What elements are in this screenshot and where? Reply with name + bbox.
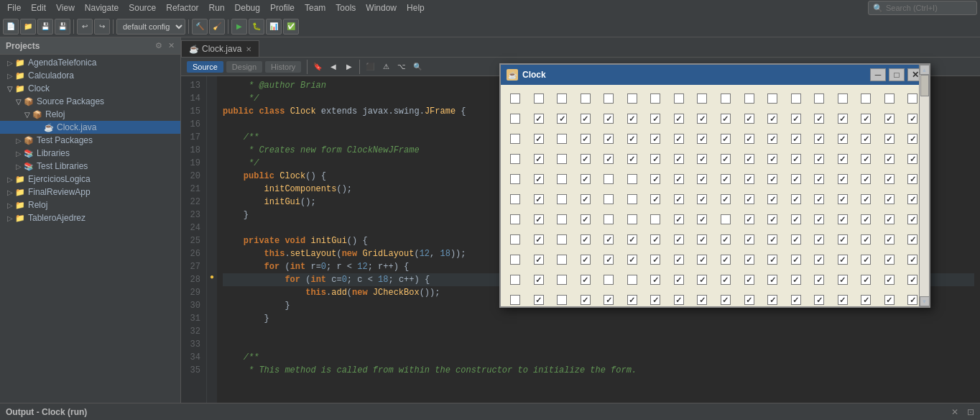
next-error-button[interactable]: ⚠ [379, 60, 393, 74]
checkbox[interactable] [674, 93, 684, 104]
checkbox[interactable] [627, 134, 637, 144]
checkbox[interactable] [884, 295, 895, 305]
checkbox[interactable] [814, 134, 824, 144]
checkbox[interactable] [884, 134, 895, 144]
checkbox[interactable] [627, 174, 637, 184]
checkbox[interactable] [697, 234, 707, 245]
checkbox[interactable] [604, 234, 614, 245]
checkbox[interactable] [674, 295, 684, 305]
toggle-bookmark-button[interactable]: 🔖 [310, 60, 325, 74]
prev-bookmark-button[interactable]: ◀ [326, 60, 341, 74]
debug-button[interactable]: 🐛 [249, 19, 264, 35]
checkbox[interactable] [791, 93, 801, 104]
checkbox[interactable] [744, 194, 754, 204]
checkbox[interactable] [604, 255, 614, 265]
checkbox[interactable] [581, 275, 591, 285]
checkbox[interactable] [674, 114, 684, 124]
tree-item-tablero[interactable]: ▷ 📁 TableroAjedrez [0, 211, 180, 224]
checkbox[interactable] [838, 93, 848, 104]
tab-history[interactable]: History [265, 61, 301, 73]
menu-run[interactable]: Run [205, 1, 229, 14]
checkbox[interactable] [650, 134, 660, 144]
toggle-breakpoint-button[interactable]: ⬛ [363, 60, 377, 74]
checkbox[interactable] [557, 295, 567, 305]
checkbox[interactable] [697, 154, 707, 164]
checkbox[interactable] [721, 214, 731, 224]
checkbox[interactable] [534, 255, 544, 265]
menu-refactor[interactable]: Refactor [162, 1, 203, 14]
checkbox[interactable] [884, 275, 895, 285]
checkbox[interactable] [767, 234, 777, 245]
tree-item-reloj[interactable]: ▽ 📦 Reloj [0, 108, 180, 121]
checkbox[interactable] [674, 154, 684, 164]
checkbox[interactable] [744, 214, 754, 224]
checkbox[interactable] [814, 194, 824, 204]
panel-settings-icon[interactable]: ⚙ [155, 41, 162, 50]
checkbox[interactable] [697, 255, 707, 265]
checkbox[interactable] [627, 255, 637, 265]
checkbox[interactable] [791, 174, 801, 184]
checkbox[interactable] [627, 295, 637, 305]
checkbox[interactable] [721, 93, 731, 104]
checkbox[interactable] [604, 174, 614, 184]
checkbox[interactable] [604, 214, 614, 224]
tree-item-calculadora[interactable]: ▷ 📁 Calculadora [0, 69, 180, 82]
config-select[interactable]: default config [116, 19, 185, 35]
checkbox[interactable] [534, 214, 544, 224]
build-button[interactable]: 🔨 [192, 19, 208, 35]
checkbox[interactable] [510, 93, 520, 104]
checkbox[interactable] [674, 214, 684, 224]
checkbox[interactable] [907, 154, 917, 164]
checkbox[interactable] [557, 194, 567, 204]
checkbox[interactable] [838, 214, 848, 224]
checkbox[interactable] [534, 174, 544, 184]
checkbox[interactable] [721, 174, 731, 184]
checkbox[interactable] [674, 275, 684, 285]
tree-item-test-libraries[interactable]: ▷ 📚 Test Libraries [0, 160, 180, 173]
checkbox[interactable] [510, 295, 520, 305]
checkbox[interactable] [814, 234, 824, 245]
checkbox[interactable] [767, 134, 777, 144]
checkbox[interactable] [814, 93, 824, 104]
checkbox[interactable] [907, 194, 917, 204]
checkbox[interactable] [814, 275, 824, 285]
checkbox[interactable] [721, 114, 731, 124]
checkbox[interactable] [814, 295, 824, 305]
checkbox[interactable] [674, 194, 684, 204]
checkbox[interactable] [767, 295, 777, 305]
tree-item-finalreview[interactable]: ▷ 📁 FinalReviewApp [0, 186, 180, 198]
checkbox[interactable] [650, 154, 660, 164]
checkbox[interactable] [838, 134, 848, 144]
checkbox[interactable] [884, 174, 895, 184]
checkbox[interactable] [721, 154, 731, 164]
checkbox[interactable] [627, 93, 637, 104]
checkbox[interactable] [907, 134, 917, 144]
checkbox[interactable] [650, 174, 660, 184]
checkbox[interactable] [744, 174, 754, 184]
undo-button[interactable]: ↩ [77, 19, 93, 35]
menu-navigate[interactable]: Navigate [80, 1, 123, 14]
checkbox[interactable] [838, 255, 848, 265]
checkbox[interactable] [674, 174, 684, 184]
checkbox[interactable] [510, 154, 520, 164]
tree-item-libraries[interactable]: ▷ 📚 Libraries [0, 147, 180, 160]
checkbox[interactable] [838, 275, 848, 285]
save-button[interactable]: 💾 [37, 19, 53, 35]
checkbox[interactable] [744, 154, 754, 164]
save-all-button[interactable]: 💾 [55, 19, 70, 35]
checkbox[interactable] [604, 134, 614, 144]
checkbox[interactable] [721, 275, 731, 285]
checkbox[interactable] [534, 234, 544, 245]
checkbox[interactable] [744, 114, 754, 124]
checkbox[interactable] [627, 154, 637, 164]
checkbox[interactable] [814, 114, 824, 124]
checkbox[interactable] [721, 255, 731, 265]
checkbox[interactable] [791, 295, 801, 305]
checkbox[interactable] [838, 194, 848, 204]
checkbox[interactable] [907, 275, 917, 285]
checkbox[interactable] [674, 234, 684, 245]
checkbox[interactable] [650, 255, 660, 265]
checkbox[interactable] [557, 154, 567, 164]
checkbox[interactable] [767, 93, 777, 104]
checkbox[interactable] [767, 154, 777, 164]
